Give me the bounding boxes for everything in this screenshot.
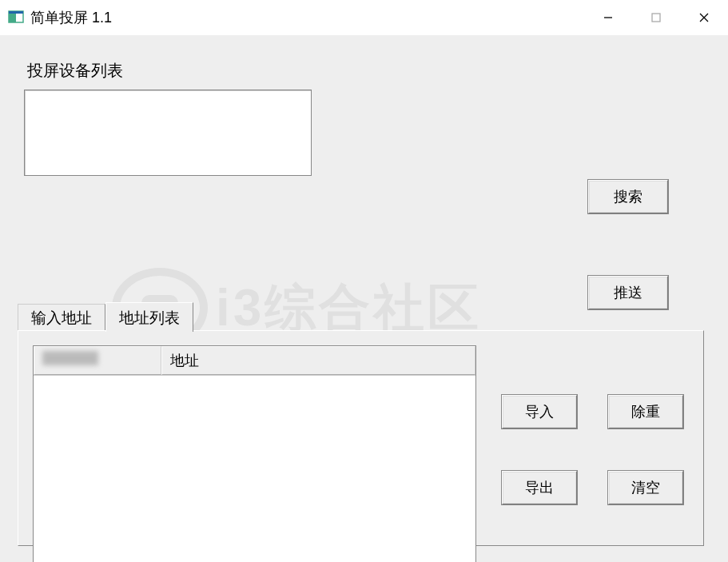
- device-list[interactable]: [24, 90, 312, 176]
- push-button[interactable]: 推送: [588, 276, 668, 309]
- title-bar-left: 简单投屏 1.1: [8, 8, 112, 27]
- window-controls: [584, 0, 728, 35]
- svg-rect-2: [9, 11, 23, 14]
- table-body[interactable]: [34, 376, 475, 562]
- maximize-button[interactable]: [632, 0, 680, 35]
- client-area: i3综合社区 www.i3zh.com 投屏设备列表 搜索 推送 输入地址 地址…: [0, 36, 728, 562]
- window-title: 简单投屏 1.1: [30, 8, 112, 27]
- tab-address-list[interactable]: 地址列表: [105, 302, 193, 332]
- address-list-panel: xx 地址 导入 除重 导出 清空: [18, 330, 704, 546]
- tab-input-address[interactable]: 输入地址: [18, 304, 105, 332]
- address-table[interactable]: xx 地址: [33, 345, 476, 562]
- dedup-button[interactable]: 除重: [608, 395, 683, 428]
- table-column-address[interactable]: 地址: [161, 346, 475, 375]
- export-button[interactable]: 导出: [502, 471, 577, 504]
- table-header: xx 地址: [34, 346, 475, 376]
- minimize-button[interactable]: [584, 0, 632, 35]
- device-list-label: 投屏设备列表: [27, 60, 704, 82]
- app-icon: [8, 10, 24, 26]
- tabs: 输入地址 地址列表: [18, 302, 193, 332]
- clear-button[interactable]: 清空: [608, 471, 683, 504]
- table-column-1[interactable]: xx: [34, 346, 161, 375]
- close-button[interactable]: [680, 0, 728, 35]
- svg-rect-4: [652, 14, 660, 22]
- title-bar: 简单投屏 1.1: [0, 0, 728, 36]
- search-button[interactable]: 搜索: [588, 180, 668, 213]
- import-button[interactable]: 导入: [502, 395, 577, 428]
- column-1-header-obscured: xx: [42, 351, 98, 365]
